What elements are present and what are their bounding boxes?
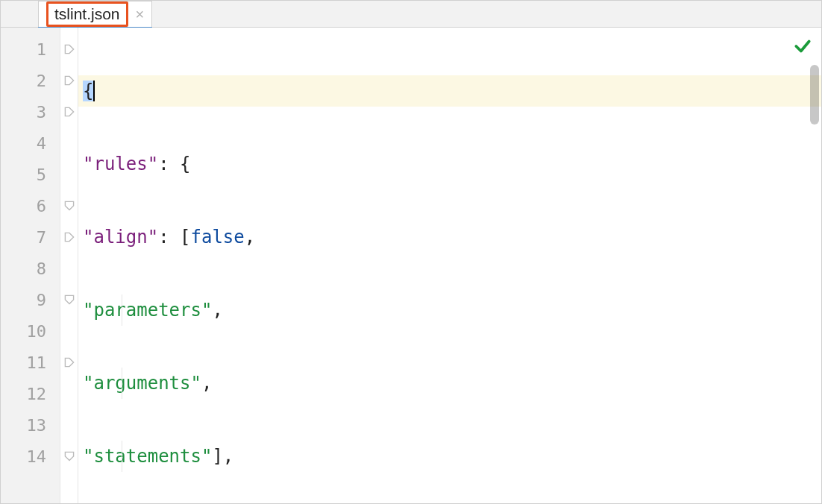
code-editor[interactable]: 1 2 3 4 5 6 7 8 9 10 11 12 13 14 { "rule… [1,28,821,504]
fold-handle-icon[interactable] [60,190,78,221]
line-number: 1 [1,34,60,65]
fold-handle-icon[interactable] [60,347,78,378]
inspection-ok-icon[interactable] [793,37,812,59]
close-icon[interactable]: × [136,6,145,23]
line-number: 10 [1,315,60,347]
line-number: 9 [1,284,60,315]
fold-handle-icon[interactable] [60,221,78,253]
editor-tab-bar: tslint.json × [1,1,821,28]
code-area[interactable]: { "rules": { "align": [false, "parameter… [78,28,821,504]
line-number: 8 [1,253,60,284]
line-number: 7 [1,221,60,253]
fold-handle-icon[interactable] [60,441,78,472]
line-number: 4 [1,127,60,159]
fold-handle-icon[interactable] [60,34,78,65]
fold-gutter [60,28,78,504]
line-number: 12 [1,378,60,409]
code-line[interactable]: "parameters", [78,294,821,326]
line-number: 2 [1,65,60,96]
editor-tab-highlight: tslint.json [46,1,128,27]
fold-handle-icon[interactable] [60,284,78,315]
line-number: 3 [1,96,60,127]
code-line[interactable]: "arguments", [78,368,821,399]
line-number: 13 [1,409,60,441]
code-line[interactable]: "statements"], [78,441,821,472]
line-number: 5 [1,159,60,190]
editor-tab[interactable]: tslint.json × [38,1,152,27]
fold-handle-icon[interactable] [60,96,78,127]
text-cursor [93,81,95,101]
code-line[interactable]: "align": [false, [78,221,821,253]
code-line[interactable]: { [78,75,821,107]
line-number: 6 [1,190,60,221]
line-number-gutter: 1 2 3 4 5 6 7 8 9 10 11 12 13 14 [1,28,60,504]
line-number: 11 [1,347,60,378]
editor-tab-label: tslint.json [54,5,120,23]
line-number: 14 [1,441,60,472]
fold-handle-icon[interactable] [60,65,78,96]
vertical-scrollbar-thumb[interactable] [810,65,819,125]
code-line[interactable]: "rules": { [78,148,821,180]
